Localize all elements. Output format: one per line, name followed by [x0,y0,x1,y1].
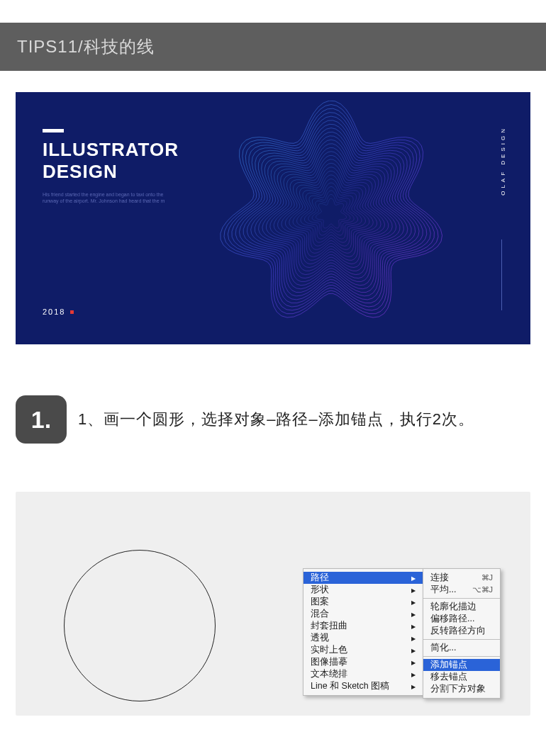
poster-card: ILLUSTRATOR DESIGN His friend started th… [16,92,530,344]
submenu-arrow-icon [411,681,416,692]
submenu-arrow-icon [411,585,416,596]
poster-vertical-line [501,239,502,310]
menu-separator [423,598,500,599]
menu-item-label: 封套扭曲 [311,621,347,631]
circle-shape [64,550,216,701]
header-bar: TIPS11/科技的线 [0,23,546,71]
context-menus: 路径形状图案混合封套扭曲透视实时上色图像描摹文本绕排Line 和 Sketch … [303,568,501,699]
menu-item-label: 偏移路径... [430,614,474,624]
menu-item[interactable]: 透视 [303,632,423,644]
menu-item-label: 分割下方对象 [430,684,486,694]
menu-item-label: 文本绕排 [311,669,347,679]
menu-item-label: 实时上色 [311,645,347,655]
menu-item-label: 轮廓化描边 [430,602,477,612]
menu-item[interactable]: 偏移路径... [423,613,500,625]
menu-item[interactable]: 图像描摹 [303,656,423,668]
submenu-arrow-icon [411,657,416,668]
menu-shortcut: ⌘J [481,572,494,583]
poster-year: 2018 [43,308,74,316]
submenu-arrow-icon [411,597,416,608]
submenu-arrow-icon [411,621,416,632]
menu-item-label: 简化... [430,643,456,653]
submenu-arrow-icon [411,633,416,644]
menu-item-label: 图案 [311,597,329,607]
step-number-badge: 1. [16,395,67,444]
menu-item-label: 连接 [430,572,449,583]
menu-item-label: 图像描摹 [311,657,347,667]
step-instruction: 1、画一个圆形，选择对象–路径–添加锚点，执行2次。 [78,409,474,430]
menu-item[interactable]: 平均...⌥⌘J [423,584,500,596]
menu-item-label: 添加锚点 [430,660,467,670]
menu-item[interactable]: 实时上色 [303,644,423,656]
menu-item[interactable]: 简化... [423,642,500,654]
menu-item-label: 混合 [311,609,329,619]
menu-item[interactable]: 分割下方对象 [423,683,500,695]
menu-item[interactable]: 图案 [303,596,423,608]
accent-bar [43,129,64,132]
submenu-arrow-icon [411,669,416,680]
menu-item-label: 反转路径方向 [430,626,486,636]
menu-item[interactable]: 路径 [303,572,423,584]
submenu-arrow-icon [411,572,416,584]
menu-item[interactable]: 形状 [303,584,423,596]
menu-item[interactable]: 轮廓化描边 [423,601,500,613]
menu-separator [423,639,500,640]
menu-item[interactable]: 反转路径方向 [423,625,500,637]
menu-item-label: 形状 [311,585,329,595]
menu-item[interactable]: 添加锚点 [423,659,500,671]
menu-item-label: 移去锚点 [430,672,467,682]
menu-item-label: Line 和 Sketch 图稿 [311,681,389,692]
step-row: 1. 1、画一个圆形，选择对象–路径–添加锚点，执行2次。 [16,395,530,444]
spirograph-graphic [218,101,445,327]
menu-separator [423,656,500,657]
content-area: ILLUSTRATOR DESIGN His friend started th… [0,71,546,737]
context-menu-secondary[interactable]: 连接⌘J平均...⌥⌘J轮廓化描边偏移路径...反转路径方向简化...添加锚点移… [423,568,501,699]
menu-item[interactable]: 封套扭曲 [303,620,423,632]
submenu-arrow-icon [411,609,416,620]
context-menu-primary[interactable]: 路径形状图案混合封套扭曲透视实时上色图像描摹文本绕排Line 和 Sketch … [303,568,423,696]
menu-item-label: 路径 [311,572,329,583]
menu-item[interactable]: 文本绕排 [303,668,423,680]
menu-item-label: 透视 [311,633,329,643]
illustration-panel: 路径形状图案混合封套扭曲透视实时上色图像描摹文本绕排Line 和 Sketch … [16,492,530,716]
menu-shortcut: ⌥⌘J [472,585,494,595]
menu-item[interactable]: Line 和 Sketch 图稿 [303,680,423,692]
submenu-arrow-icon [411,645,416,656]
menu-item[interactable]: 混合 [303,608,423,620]
header-title: TIPS11/科技的线 [17,35,529,58]
poster-subtext: His friend started the engine and began … [43,191,170,204]
menu-item[interactable]: 连接⌘J [423,572,500,584]
poster-heading: ILLUSTRATOR DESIGN [43,139,179,183]
menu-item-label: 平均... [430,585,456,595]
menu-item[interactable]: 移去锚点 [423,671,500,683]
poster-right-label: OLAF DESIGN [500,126,506,196]
